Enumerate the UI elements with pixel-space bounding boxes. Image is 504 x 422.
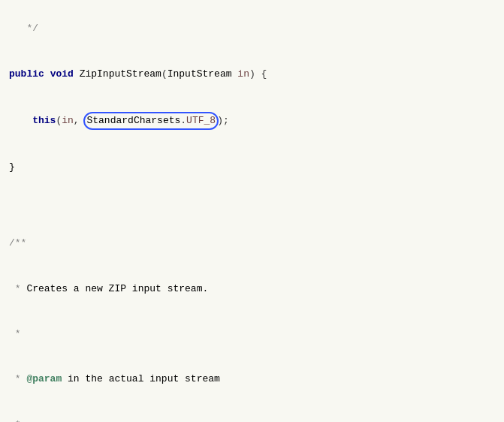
line-this-call: this(in, StandardCharsets.UTF_8); (9, 115, 229, 126)
line-javadoc-2: * Creates a new ZIP input stream. (9, 283, 208, 294)
code-view: */ public void ZipInputStream(InputStrea… (9, 6, 495, 422)
line-constructor-1: public void ZipInputStream(InputStream i… (9, 68, 267, 80)
line-javadoc-4: * (9, 419, 21, 422)
line-comment-end: */ (9, 23, 38, 34)
line-javadoc-3: * (9, 328, 21, 339)
line-javadoc-start: /** (9, 237, 26, 249)
line-close-brace-1: } (9, 161, 15, 173)
annotated-standardcharsets: StandardCharsets.UTF_8 (83, 112, 219, 130)
line-javadoc-param1: * @param in the actual input stream (9, 373, 220, 384)
